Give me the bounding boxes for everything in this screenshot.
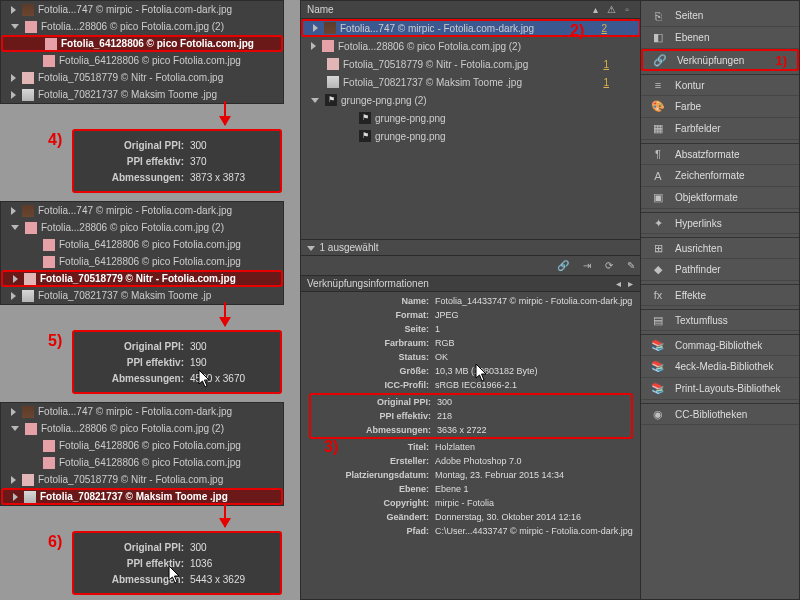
link-row[interactable]: Fotolia_70518779 © Nitr - Fotolia.com.jp… (301, 55, 641, 73)
panel-item-cc-bibliotheken[interactable]: ◉CC-Bibliotheken (641, 403, 799, 425)
link-row[interactable]: Fotolia_70821737 © Maksim Toome .jpg1 (301, 73, 641, 91)
panel-item-commag-bibliothek[interactable]: 📚Commag-Bibliothek (641, 334, 799, 356)
info-key: Ebene: (309, 484, 435, 494)
chevron-icon[interactable] (11, 74, 16, 82)
panel-item-verknüpfungen[interactable]: 🔗Verknüpfungen1) (641, 49, 799, 71)
info-key: Farbraum: (309, 338, 435, 348)
thumb-icon (43, 239, 55, 251)
info-key: Abmessungen: (311, 425, 437, 435)
layer-row[interactable]: Fotolia_70518779 © Nitr - Fotolia.com.jp… (1, 69, 283, 86)
layer-row[interactable]: Fotolia_64128806 © pico Fotolia.com.jpg (1, 52, 283, 69)
sort-icon[interactable]: ▴ (587, 4, 603, 15)
info-key: Copyright: (309, 498, 435, 508)
panel-item-effekte[interactable]: fxEffekte (641, 284, 799, 306)
info-val: mirpic - Fotolia (435, 498, 494, 508)
layer-label: Fotolia_64128806 © pico Fotolia.com.jpg (59, 454, 241, 471)
layers-snapshots-column: Fotolia...747 © mirpic - Fotolia.com-dar… (0, 0, 294, 600)
info-val: 300 (190, 140, 207, 151)
chevron-icon[interactable] (11, 6, 16, 14)
info-key: Größe: (309, 366, 435, 376)
info-key: PPI effektiv: (311, 411, 437, 421)
chevron-down-icon[interactable] (307, 246, 315, 251)
panel-item-farbfelder[interactable]: ▦Farbfelder (641, 118, 799, 140)
page-badge[interactable]: 2 (601, 20, 607, 37)
link-row[interactable]: ⚑grunge-png.png (301, 109, 641, 127)
page-badge[interactable]: 1 (603, 74, 609, 91)
panel-icon: 🎨 (651, 100, 665, 113)
chevron-icon[interactable] (311, 98, 319, 103)
info-key: Pfad: (309, 526, 435, 536)
layer-row[interactable]: Fotolia...747 © mirpic - Fotolia.com-dar… (1, 1, 283, 18)
layer-row[interactable]: Fotolia_70518779 © Nitr - Fotolia.com.jp… (1, 471, 283, 488)
info-key: Abmessungen: (84, 574, 184, 585)
thumb-icon (25, 423, 37, 435)
link-row[interactable]: Fotolia...28806 © pico Fotolia.com.jpg (… (301, 37, 641, 55)
info-key: Status: (309, 352, 435, 362)
links-column-header[interactable]: Name ▴ ⚠ ▫ (301, 1, 641, 19)
panel-item-ebenen[interactable]: ◧Ebenen (641, 27, 799, 49)
panel-item-hyperlinks[interactable]: ✦Hyperlinks (641, 212, 799, 234)
layer-row[interactable]: Fotolia_64128806 © pico Fotolia.com.jpg (1, 437, 283, 454)
info-val: C:\User...4433747 © mirpic - Fotolia.com… (435, 526, 633, 536)
chevron-icon[interactable] (13, 275, 18, 283)
annotation-arrow (224, 101, 226, 125)
layer-row[interactable]: Fotolia...28806 © pico Fotolia.com.jpg (… (1, 420, 283, 437)
nav-arrows[interactable]: ◂ ▸ (616, 278, 635, 289)
layer-row[interactable]: Fotolia_70518779 © Nitr - Fotolia.com.jp… (1, 270, 283, 287)
panel-item-print-layouts-bibliothek[interactable]: 📚Print-Layouts-Bibliothek (641, 378, 799, 400)
layer-row[interactable]: Fotolia...747 © mirpic - Fotolia.com-dar… (1, 202, 283, 219)
panel-item-zeichenformate[interactable]: AZeichenformate (641, 165, 799, 187)
chevron-icon[interactable] (11, 408, 16, 416)
layer-label: Fotolia...28806 © pico Fotolia.com.jpg (… (41, 420, 224, 437)
info-val: 3636 x 2722 (437, 425, 487, 435)
panel-item-seiten[interactable]: ⎘Seiten (641, 5, 799, 27)
panel-label: Kontur (675, 80, 704, 91)
edit-icon[interactable]: ✎ (627, 260, 635, 271)
panel-item-textumfluss[interactable]: ▤Textumfluss (641, 309, 799, 331)
goto-icon[interactable]: ⇥ (583, 260, 591, 271)
panel-item-objektformate[interactable]: ▣Objektformate (641, 187, 799, 209)
panel-item-4eck-media-bibliothek[interactable]: 📚4eck-Media-Bibliothek (641, 356, 799, 378)
layer-row[interactable]: Fotolia_64128806 © pico Fotolia.com.jpg (1, 236, 283, 253)
chevron-icon[interactable] (11, 24, 19, 29)
panel-label: Verknüpfungen (677, 55, 744, 66)
layer-row[interactable]: Fotolia...28806 © pico Fotolia.com.jpg (… (1, 18, 283, 35)
chevron-icon[interactable] (11, 292, 16, 300)
chevron-icon[interactable] (11, 91, 16, 99)
link-row[interactable]: ⚑grunge-png.png (301, 127, 641, 145)
layer-row[interactable]: Fotolia_64128806 © pico Fotolia.com.jpg (1, 35, 283, 52)
chevron-icon[interactable] (13, 493, 18, 501)
panel-item-pathfinder[interactable]: ◆Pathfinder (641, 259, 799, 281)
info-val: 218 (437, 411, 452, 421)
page-badge[interactable]: 1 (603, 56, 609, 73)
update-icon[interactable]: ⟳ (605, 260, 613, 271)
layer-row[interactable]: Fotolia_64128806 © pico Fotolia.com.jpg (1, 454, 283, 471)
chevron-icon[interactable] (11, 476, 16, 484)
chevron-icon[interactable] (313, 24, 318, 32)
layer-row[interactable]: Fotolia_70821737 © Maksim Toome .jpg (1, 86, 283, 103)
link-row[interactable]: ⚑grunge-png.png (2) (301, 91, 641, 109)
ppi-highlight: Original PPI:300PPI effektiv:218Abmessun… (309, 393, 633, 439)
panel-icon: A (651, 170, 665, 182)
link-row[interactable]: Fotolia...747 © mirpic - Fotolia.com-dar… (301, 19, 641, 37)
relink-icon[interactable]: 🔗 (557, 260, 569, 271)
layer-row[interactable]: Fotolia...747 © mirpic - Fotolia.com-dar… (1, 403, 283, 420)
panel-icon: ⊞ (651, 242, 665, 255)
chevron-icon[interactable] (11, 426, 19, 431)
layer-row[interactable]: Fotolia...28806 © pico Fotolia.com.jpg (… (1, 219, 283, 236)
thumb-icon (327, 76, 339, 88)
panel-item-kontur[interactable]: ≡Kontur (641, 74, 799, 96)
chevron-icon[interactable] (311, 42, 316, 50)
info-key: Original PPI: (84, 542, 184, 553)
panel-item-absatzformate[interactable]: ¶Absatzformate (641, 143, 799, 165)
panel-icon: ▤ (651, 314, 665, 327)
chevron-icon[interactable] (11, 207, 16, 215)
chevron-icon[interactable] (11, 225, 19, 230)
link-label: grunge-png.png (375, 110, 446, 127)
layer-row[interactable]: Fotolia_70821737 © Maksim Toome .jpg (1, 488, 283, 505)
layer-row[interactable]: Fotolia_70821737 © Maksim Toome .jp (1, 287, 283, 304)
panel-item-farbe[interactable]: 🎨Farbe (641, 96, 799, 118)
panel-item-ausrichten[interactable]: ⊞Ausrichten (641, 237, 799, 259)
links-list[interactable]: Fotolia...747 © mirpic - Fotolia.com-dar… (301, 19, 641, 239)
layer-row[interactable]: Fotolia_64128806 © pico Fotolia.com.jpg (1, 253, 283, 270)
